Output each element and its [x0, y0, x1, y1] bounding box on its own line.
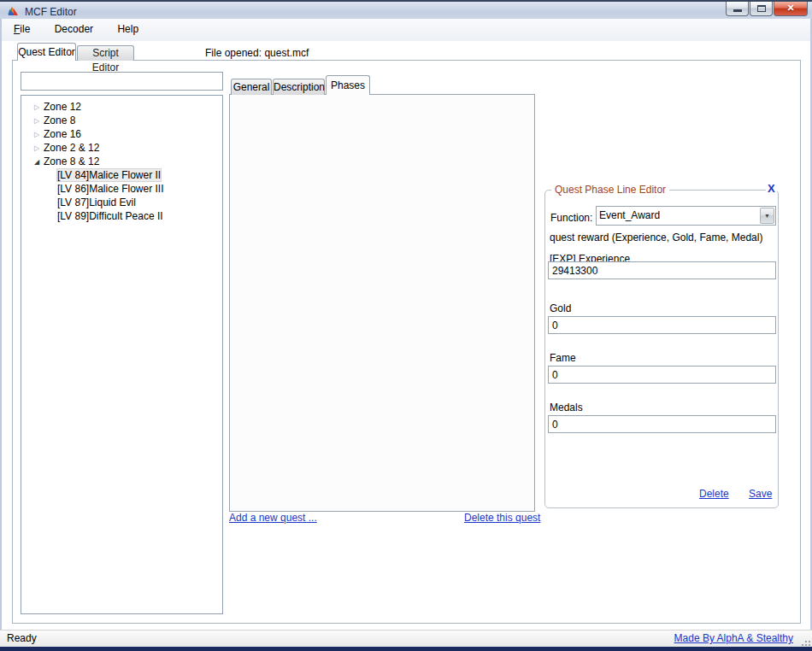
exp-input[interactable]	[548, 261, 776, 279]
fame-label: Fame	[550, 352, 576, 364]
close-button[interactable]: ✕	[774, 2, 808, 16]
add-new-quest-link[interactable]: Add a new quest ...	[229, 512, 317, 524]
line-editor-delete-link[interactable]: Delete	[699, 488, 729, 500]
tab-description[interactable]: Description	[273, 79, 325, 95]
menubar: File Decoder Help	[2, 19, 810, 41]
medals-input[interactable]	[548, 415, 776, 433]
tab-quest-editor[interactable]: Quest Editor	[17, 43, 76, 61]
tree-item-zone12[interactable]: ▷Zone 12	[21, 100, 222, 114]
status-ready-label: Ready	[7, 632, 37, 644]
file-opened-label: File opened: quest.mcf	[205, 47, 309, 59]
function-label: Function:	[550, 212, 592, 224]
function-hint: quest reward (Experience, Gold, Fame, Me…	[550, 232, 762, 243]
menu-file-rest: ile	[20, 23, 30, 35]
tree-item-label[interactable]: Zone 8	[44, 114, 75, 126]
minimize-button[interactable]	[726, 2, 749, 16]
tree-item-zone8-12[interactable]: ◢Zone 8 & 12	[21, 155, 222, 168]
line-editor-save-link[interactable]: Save	[749, 488, 772, 500]
tree-item-label[interactable]: [LV 86]Malice Flower III	[57, 183, 164, 195]
app-window: MCF Editor ✕ File Decoder Help Quest Edi…	[0, 0, 812, 651]
tree-item-label[interactable]: [LV 89]Difficult Peace II	[57, 210, 163, 222]
tree-item-label[interactable]: Zone 12	[44, 101, 81, 113]
gold-label: Gold	[550, 302, 571, 314]
maximize-button[interactable]	[750, 2, 773, 16]
phases-page	[229, 94, 535, 512]
line-editor-close-icon[interactable]: X	[766, 182, 777, 195]
tree-item-label[interactable]: Zone 2 & 12	[44, 142, 99, 154]
tree-item-label[interactable]: Zone 16	[44, 128, 81, 140]
tree-item-zone16[interactable]: ▷Zone 16	[21, 127, 222, 141]
tree-collapse-icon[interactable]: ▷	[32, 114, 41, 128]
tree-collapse-icon[interactable]: ▷	[32, 142, 41, 155]
tab-general[interactable]: General	[231, 79, 272, 95]
window-frame-left	[0, 19, 2, 647]
tab-phases[interactable]: Phases	[326, 75, 370, 95]
maximize-icon	[757, 5, 766, 12]
tree-item-lv89[interactable]: [LV 89]Difficult Peace II	[21, 209, 222, 223]
tree-item-label[interactable]: Zone 8 & 12	[44, 155, 99, 167]
tree-item-lv84[interactable]: [LV 84]Malice Flower II	[21, 168, 222, 182]
tree-item-zone2-12[interactable]: ▷Zone 2 & 12	[21, 141, 222, 155]
tree-item-zone8[interactable]: ▷Zone 8	[21, 114, 222, 127]
tree-item-label-selected[interactable]: [LV 84]Malice Flower II	[57, 169, 161, 181]
menu-file[interactable]: File	[4, 19, 39, 39]
search-input[interactable]	[21, 72, 223, 91]
function-combobox-dropdown-button[interactable]: ▼	[760, 208, 774, 224]
line-editor-title: Quest Phase Line Editor	[551, 184, 669, 196]
minimize-icon	[733, 9, 742, 12]
titlebar[interactable]: MCF Editor ✕	[0, 0, 812, 19]
medals-label: Medals	[550, 402, 583, 413]
fame-input[interactable]	[548, 366, 776, 384]
tree-item-lv87[interactable]: [LV 87]Liquid Evil	[21, 196, 222, 209]
tree-expand-icon[interactable]: ◢	[32, 155, 41, 169]
app-icon	[6, 4, 20, 18]
function-combobox[interactable]: Event_Award ▼	[596, 206, 776, 226]
tree-item-label[interactable]: [LV 87]Liquid Evil	[57, 196, 136, 208]
tree-collapse-icon[interactable]: ▷	[32, 128, 41, 142]
tree-item-lv86[interactable]: [LV 86]Malice Flower III	[21, 182, 222, 196]
credit-link[interactable]: Made By AlphA & Stealthy	[674, 632, 793, 644]
delete-this-quest-link[interactable]: Delete this quest	[464, 512, 540, 524]
menu-decoder[interactable]: Decoder	[45, 19, 103, 39]
chevron-down-icon: ▼	[764, 213, 770, 219]
resize-grip[interactable]	[805, 641, 807, 642]
close-icon: ✕	[786, 3, 794, 13]
function-combobox-value: Event_Award	[599, 209, 757, 221]
quest-tree[interactable]: ▷Zone 12 ▷Zone 8 ▷Zone 16 ▷Zone 2 & 12 ◢…	[21, 95, 223, 614]
menu-help[interactable]: Help	[108, 19, 148, 39]
gold-input[interactable]	[548, 316, 776, 334]
tab-script-editor[interactable]: Script Editor	[77, 45, 134, 61]
window-title: MCF Editor	[25, 6, 77, 18]
tree-collapse-icon[interactable]: ▷	[32, 101, 41, 114]
window-frame-bottom	[0, 647, 812, 651]
